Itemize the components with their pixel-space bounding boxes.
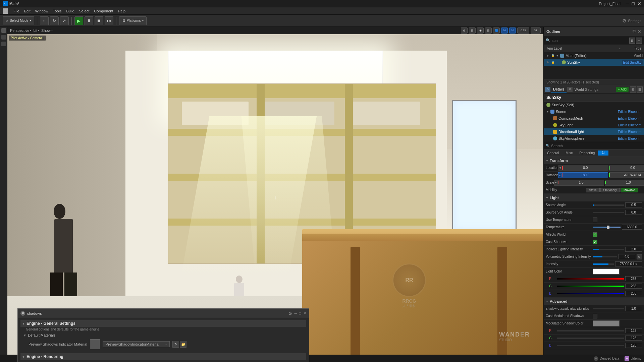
outliner-settings[interactable]: ⚙	[632, 29, 636, 34]
engine-general-header[interactable]: ▼ Engine - General Settings	[20, 320, 306, 327]
win-close[interactable]: ✕	[637, 1, 641, 6]
outliner-close-btn[interactable]: ✕	[637, 29, 641, 34]
lit-btn[interactable]: Lit ▾	[33, 28, 39, 33]
win-maximize[interactable]: □	[632, 1, 635, 6]
rotation-y[interactable]	[609, 173, 644, 177]
platforms-btn[interactable]: 🖥 Platforms ▾	[119, 16, 147, 25]
mobility-movable[interactable]: Movable	[621, 188, 638, 192]
left-bar-icon2[interactable]	[1, 35, 6, 40]
shadow-cascade-input[interactable]	[625, 306, 642, 311]
dialog-gear[interactable]: ⚙	[288, 311, 292, 316]
tree-item-main[interactable]: 👁 🔒 ▼ Main (Editor) World	[544, 52, 644, 59]
perspective-btn[interactable]: Perspective ▾	[10, 28, 31, 33]
material-name-field[interactable]: PreviewShadowIndicatorMaterial ▾	[103, 341, 170, 347]
temperature-input[interactable]	[622, 225, 642, 230]
tree-lock-icon1[interactable]: 🔒	[550, 53, 555, 58]
dialog-minimize[interactable]: ─	[294, 311, 297, 315]
skip-btn[interactable]: ⏭	[105, 16, 113, 25]
indirect-lighting-input[interactable]	[625, 247, 642, 252]
comp-scene-edit[interactable]: Edit in Blueprint	[618, 110, 641, 114]
comp-scene[interactable]: ▼ Scene Edit in Blueprint	[544, 108, 644, 115]
vp-icon-btn9[interactable]: 31	[531, 27, 541, 34]
cast-shadows-check[interactable]: ✓	[593, 240, 597, 244]
details-view-btn2[interactable]: ☰	[637, 86, 643, 93]
volumetric-input[interactable]	[619, 254, 635, 259]
tree-vis-icon1[interactable]: 👁	[545, 53, 550, 58]
menu-component[interactable]: Component	[92, 8, 115, 14]
tree-item-sunsky[interactable]: 👁 🔒 SunSky Edit SunSky	[544, 59, 644, 66]
mobility-static[interactable]: Static	[586, 188, 600, 192]
comp-sunsky-self[interactable]: SunSky (Self)	[544, 102, 644, 108]
details-icon[interactable]: D	[545, 87, 550, 92]
scale-btn[interactable]: ⤢	[60, 16, 69, 25]
vp-icon-btn4[interactable]: ⊟	[485, 27, 492, 34]
comp-atmosphere-edit[interactable]: Edit in Blueprint	[618, 137, 641, 140]
rotation-x[interactable]	[562, 173, 608, 177]
mobility-stationary[interactable]: Stationary	[600, 188, 620, 192]
settings-label[interactable]: Settings	[628, 19, 641, 23]
shadow-r-input[interactable]	[625, 328, 642, 333]
left-bar-icon3[interactable]	[1, 42, 6, 46]
material-use-btn[interactable]: ↻	[172, 341, 179, 348]
location-x[interactable]	[562, 166, 608, 170]
filter-misc[interactable]: Misc	[562, 150, 576, 156]
comp-dirlight-edit[interactable]: Edit in Blueprint	[618, 130, 641, 134]
menu-help[interactable]: Help	[116, 8, 127, 14]
color-b-input[interactable]	[625, 291, 642, 296]
play-btn[interactable]: ▶	[74, 16, 83, 25]
left-bar-icon1[interactable]	[1, 28, 6, 33]
select-mode-btn[interactable]: ▷ Select Mode ▾	[3, 16, 34, 25]
tree-lock-icon2[interactable]: 🔒	[550, 60, 555, 65]
light-color-swatch[interactable]	[593, 268, 620, 275]
source-angle-input[interactable]	[625, 202, 642, 207]
settings-icon[interactable]: ⚙	[622, 18, 627, 23]
outliner-search[interactable]	[552, 39, 628, 43]
vp-icon-btn7[interactable]: 10	[509, 27, 516, 34]
temperature-handle[interactable]	[607, 226, 609, 229]
comp-skylight[interactable]: SkyLight Edit in Blueprint	[544, 122, 644, 128]
menu-window[interactable]: Window	[33, 8, 50, 14]
light-section-header[interactable]: ▼ Light	[544, 194, 644, 201]
details-tab[interactable]: Details	[551, 86, 567, 93]
outliner-view-btn2[interactable]: ≡	[636, 38, 642, 44]
vp-icon-btn2[interactable]: ⊞	[469, 27, 476, 34]
color-r-input[interactable]	[625, 276, 642, 281]
world-settings-tab[interactable]: World Settings	[575, 87, 598, 92]
comp-compass-mesh[interactable]: CompassMesh Edit in Blueprint	[544, 115, 644, 122]
use-temperature-check[interactable]	[593, 218, 597, 222]
filter-rendering[interactable]: Rendering	[576, 150, 598, 156]
menu-select[interactable]: Select	[77, 8, 92, 14]
modulated-shadow-swatch[interactable]	[593, 320, 620, 326]
comp-skylight-edit[interactable]: Edit in Blueprint	[618, 123, 641, 127]
shadow-g-input[interactable]	[625, 336, 642, 341]
prop-search-input[interactable]	[551, 144, 642, 148]
stop-btn[interactable]: ⏹	[95, 16, 103, 25]
shadow-b-input[interactable]	[625, 343, 642, 348]
comp-sky-atmosphere[interactable]: SkyAtmosphere Edit in Blueprint	[544, 135, 644, 142]
transform-btn[interactable]: ↔	[40, 16, 49, 25]
dialog-close-btn[interactable]: ✕	[20, 311, 25, 316]
advanced-section-header[interactable]: ▼ Advanced	[544, 298, 644, 305]
comp-directional-light[interactable]: DirectionalLight Edit in Blueprint	[544, 128, 644, 135]
outliner-view-btn1[interactable]: ⊞	[629, 38, 635, 44]
default-materials-header[interactable]: ▼ Default Materials	[23, 333, 304, 338]
vp-icon-btn8[interactable]: 0.25	[517, 27, 529, 34]
transform-section-header[interactable]: ▼ Transform	[544, 157, 644, 164]
col-item-label[interactable]: Item Label	[546, 47, 619, 50]
volumetric-expand[interactable]: ⊕	[637, 254, 642, 259]
vp-icon-btn1[interactable]: ⊕	[461, 27, 468, 34]
dialog-maximize[interactable]: □	[299, 311, 301, 315]
details-add-btn[interactable]: + Add	[616, 87, 629, 92]
derived-data-status[interactable]: D Derived Data	[594, 356, 619, 361]
material-browse-btn[interactable]: 📁	[180, 341, 186, 348]
filter-general[interactable]: General	[544, 150, 562, 156]
affects-world-check[interactable]: ✓	[593, 232, 597, 237]
vp-icon-btn5[interactable]: 🔵	[493, 27, 500, 34]
engine-rendering-header[interactable]: ▼ Engine - Rendering	[20, 353, 306, 360]
color-g-input[interactable]	[625, 284, 642, 289]
menu-tools[interactable]: Tools	[51, 8, 64, 14]
menu-build[interactable]: Build	[64, 8, 76, 14]
filter-all[interactable]: All	[598, 150, 608, 156]
pause-btn[interactable]: ⏸	[85, 16, 93, 25]
show-btn[interactable]: Show ▾	[41, 28, 53, 33]
